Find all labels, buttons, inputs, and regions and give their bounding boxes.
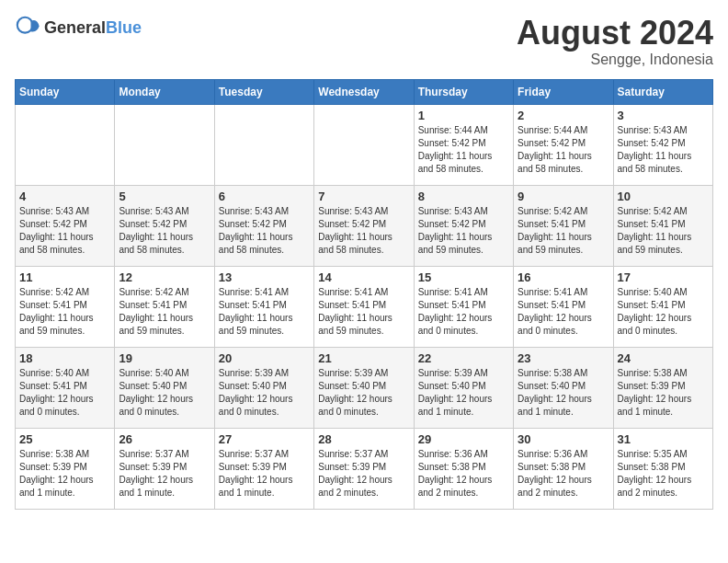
- cell-info: Sunrise: 5:44 AM Sunset: 5:42 PM Dayligh…: [418, 124, 509, 176]
- logo-icon: [15, 15, 40, 40]
- svg-point-0: [17, 17, 33, 33]
- weekday-header-monday: Monday: [115, 79, 214, 104]
- calendar-cell: 24Sunrise: 5:38 AM Sunset: 5:39 PM Dayli…: [613, 347, 712, 428]
- calendar-cell: 16Sunrise: 5:41 AM Sunset: 5:41 PM Dayli…: [514, 266, 613, 347]
- calendar-cell: 29Sunrise: 5:36 AM Sunset: 5:38 PM Dayli…: [414, 428, 513, 509]
- calendar-cell: 23Sunrise: 5:38 AM Sunset: 5:40 PM Dayli…: [514, 347, 613, 428]
- cell-info: Sunrise: 5:37 AM Sunset: 5:39 PM Dayligh…: [219, 448, 310, 500]
- cell-info: Sunrise: 5:42 AM Sunset: 5:41 PM Dayligh…: [19, 286, 110, 338]
- cell-info: Sunrise: 5:41 AM Sunset: 5:41 PM Dayligh…: [518, 286, 609, 338]
- calendar-cell: 13Sunrise: 5:41 AM Sunset: 5:41 PM Dayli…: [214, 266, 313, 347]
- day-number: 11: [19, 270, 110, 284]
- calendar-week-4: 18Sunrise: 5:40 AM Sunset: 5:41 PM Dayli…: [16, 347, 713, 428]
- cell-info: Sunrise: 5:37 AM Sunset: 5:39 PM Dayligh…: [318, 448, 409, 500]
- calendar-week-2: 4Sunrise: 5:43 AM Sunset: 5:42 PM Daylig…: [16, 185, 713, 266]
- day-number: 19: [119, 351, 210, 365]
- day-number: 5: [119, 190, 210, 203]
- cell-info: Sunrise: 5:37 AM Sunset: 5:39 PM Dayligh…: [119, 448, 210, 500]
- day-number: 23: [518, 351, 609, 365]
- day-number: 17: [618, 270, 709, 284]
- day-number: 20: [219, 351, 310, 365]
- calendar-cell: [16, 104, 115, 185]
- day-number: 31: [618, 432, 709, 446]
- calendar-table: SundayMondayTuesdayWednesdayThursdayFrid…: [15, 79, 713, 510]
- cell-info: Sunrise: 5:41 AM Sunset: 5:41 PM Dayligh…: [318, 286, 409, 338]
- cell-info: Sunrise: 5:41 AM Sunset: 5:41 PM Dayligh…: [418, 286, 509, 338]
- day-number: 22: [418, 351, 509, 365]
- calendar-cell: [115, 104, 214, 185]
- calendar-cell: 17Sunrise: 5:40 AM Sunset: 5:41 PM Dayli…: [613, 266, 712, 347]
- cell-info: Sunrise: 5:39 AM Sunset: 5:40 PM Dayligh…: [318, 367, 409, 419]
- day-number: 4: [19, 190, 110, 203]
- day-number: 25: [19, 432, 110, 446]
- calendar-week-1: 1Sunrise: 5:44 AM Sunset: 5:42 PM Daylig…: [16, 104, 713, 185]
- day-number: 3: [618, 109, 709, 122]
- calendar-cell: 27Sunrise: 5:37 AM Sunset: 5:39 PM Dayli…: [214, 428, 313, 509]
- title-block: August 2024 Sengge, Indonesia: [517, 15, 713, 68]
- calendar-cell: 3Sunrise: 5:43 AM Sunset: 5:42 PM Daylig…: [613, 104, 712, 185]
- day-number: 13: [219, 270, 310, 284]
- cell-info: Sunrise: 5:38 AM Sunset: 5:40 PM Dayligh…: [518, 367, 609, 419]
- day-number: 8: [418, 190, 509, 203]
- calendar-cell: 12Sunrise: 5:42 AM Sunset: 5:41 PM Dayli…: [115, 266, 214, 347]
- cell-info: Sunrise: 5:39 AM Sunset: 5:40 PM Dayligh…: [418, 367, 509, 419]
- cell-info: Sunrise: 5:40 AM Sunset: 5:41 PM Dayligh…: [618, 286, 709, 338]
- day-number: 16: [518, 270, 609, 284]
- day-number: 27: [219, 432, 310, 446]
- calendar-cell: 5Sunrise: 5:43 AM Sunset: 5:42 PM Daylig…: [115, 185, 214, 266]
- calendar-cell: 2Sunrise: 5:44 AM Sunset: 5:42 PM Daylig…: [514, 104, 613, 185]
- cell-info: Sunrise: 5:42 AM Sunset: 5:41 PM Dayligh…: [518, 205, 609, 257]
- day-number: 15: [418, 270, 509, 284]
- calendar-cell: 25Sunrise: 5:38 AM Sunset: 5:39 PM Dayli…: [16, 428, 115, 509]
- weekday-header-row: SundayMondayTuesdayWednesdayThursdayFrid…: [16, 79, 713, 104]
- calendar-cell: 28Sunrise: 5:37 AM Sunset: 5:39 PM Dayli…: [314, 428, 414, 509]
- cell-info: Sunrise: 5:42 AM Sunset: 5:41 PM Dayligh…: [119, 286, 210, 338]
- day-number: 29: [418, 432, 509, 446]
- cell-info: Sunrise: 5:35 AM Sunset: 5:38 PM Dayligh…: [618, 448, 709, 500]
- day-number: 30: [518, 432, 609, 446]
- cell-info: Sunrise: 5:38 AM Sunset: 5:39 PM Dayligh…: [618, 367, 709, 419]
- day-number: 21: [318, 351, 409, 365]
- logo-blue-text: Blue: [106, 18, 142, 37]
- calendar-cell: 9Sunrise: 5:42 AM Sunset: 5:41 PM Daylig…: [514, 185, 613, 266]
- cell-info: Sunrise: 5:43 AM Sunset: 5:42 PM Dayligh…: [19, 205, 110, 257]
- calendar-cell: 19Sunrise: 5:40 AM Sunset: 5:40 PM Dayli…: [115, 347, 214, 428]
- day-number: 6: [219, 190, 310, 203]
- location: Sengge, Indonesia: [517, 52, 713, 68]
- cell-info: Sunrise: 5:36 AM Sunset: 5:38 PM Dayligh…: [518, 448, 609, 500]
- calendar-cell: 6Sunrise: 5:43 AM Sunset: 5:42 PM Daylig…: [214, 185, 313, 266]
- day-number: 12: [119, 270, 210, 284]
- logo-general-text: General: [44, 18, 106, 37]
- day-number: 2: [518, 109, 609, 122]
- calendar-cell: 4Sunrise: 5:43 AM Sunset: 5:42 PM Daylig…: [16, 185, 115, 266]
- cell-info: Sunrise: 5:41 AM Sunset: 5:41 PM Dayligh…: [219, 286, 310, 338]
- day-number: 18: [19, 351, 110, 365]
- calendar-week-3: 11Sunrise: 5:42 AM Sunset: 5:41 PM Dayli…: [16, 266, 713, 347]
- cell-info: Sunrise: 5:44 AM Sunset: 5:42 PM Dayligh…: [518, 124, 609, 176]
- day-number: 7: [318, 190, 409, 203]
- day-number: 26: [119, 432, 210, 446]
- calendar-cell: 8Sunrise: 5:43 AM Sunset: 5:42 PM Daylig…: [414, 185, 513, 266]
- day-number: 28: [318, 432, 409, 446]
- weekday-header-wednesday: Wednesday: [314, 79, 414, 104]
- calendar-cell: 20Sunrise: 5:39 AM Sunset: 5:40 PM Dayli…: [214, 347, 313, 428]
- cell-info: Sunrise: 5:43 AM Sunset: 5:42 PM Dayligh…: [119, 205, 210, 257]
- cell-info: Sunrise: 5:43 AM Sunset: 5:42 PM Dayligh…: [219, 205, 310, 257]
- day-number: 24: [618, 351, 709, 365]
- cell-info: Sunrise: 5:42 AM Sunset: 5:41 PM Dayligh…: [618, 205, 709, 257]
- calendar-cell: 15Sunrise: 5:41 AM Sunset: 5:41 PM Dayli…: [414, 266, 513, 347]
- weekday-header-thursday: Thursday: [414, 79, 513, 104]
- day-number: 1: [418, 109, 509, 122]
- calendar-cell: [214, 104, 313, 185]
- weekday-header-tuesday: Tuesday: [214, 79, 313, 104]
- day-number: 14: [318, 270, 409, 284]
- calendar-cell: 14Sunrise: 5:41 AM Sunset: 5:41 PM Dayli…: [314, 266, 414, 347]
- logo: GeneralBlue: [15, 15, 142, 40]
- cell-info: Sunrise: 5:43 AM Sunset: 5:42 PM Dayligh…: [318, 205, 409, 257]
- cell-info: Sunrise: 5:36 AM Sunset: 5:38 PM Dayligh…: [418, 448, 509, 500]
- calendar-cell: 1Sunrise: 5:44 AM Sunset: 5:42 PM Daylig…: [414, 104, 513, 185]
- calendar-cell: 26Sunrise: 5:37 AM Sunset: 5:39 PM Dayli…: [115, 428, 214, 509]
- cell-info: Sunrise: 5:43 AM Sunset: 5:42 PM Dayligh…: [618, 124, 709, 176]
- cell-info: Sunrise: 5:40 AM Sunset: 5:40 PM Dayligh…: [119, 367, 210, 419]
- weekday-header-friday: Friday: [514, 79, 613, 104]
